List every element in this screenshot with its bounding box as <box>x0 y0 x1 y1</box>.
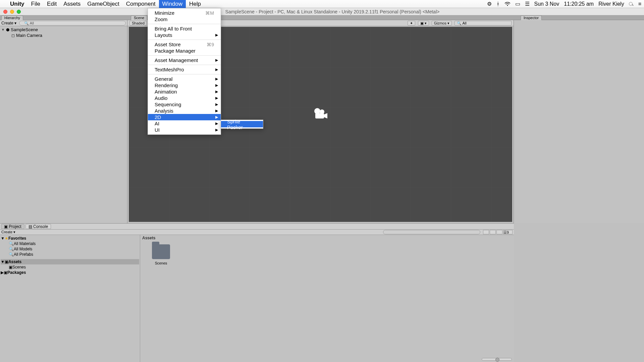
submenu-item-sprite-packer[interactable]: Sprite Packer <box>221 121 263 127</box>
wifi-icon[interactable] <box>504 2 511 6</box>
display-icon[interactable]: ▭ <box>515 1 520 7</box>
menu-window[interactable]: Window <box>159 0 186 8</box>
inspector-panel <box>514 20 644 223</box>
project-favorites[interactable]: ▼★Favorites <box>1 236 139 241</box>
menu-item-asset-management[interactable]: Asset Management▶ <box>148 57 221 63</box>
submenu-arrow-icon: ▶ <box>215 121 218 126</box>
submenu-arrow-icon: ▶ <box>215 67 218 72</box>
hierarchy-scene-row[interactable]: ▼ ⬢ SampleScene <box>1 27 126 33</box>
menu-item-layouts[interactable]: Layouts▶ <box>148 32 221 38</box>
menu-assets[interactable]: Assets <box>60 0 84 8</box>
menu-item-package-manager[interactable]: Package Manager <box>148 48 221 54</box>
menubar-user[interactable]: River Kiely <box>598 1 624 7</box>
hierarchy-toolbar: Create ▾ 🔍 All <box>0 20 127 26</box>
search-icon: 🔍 <box>9 247 14 251</box>
svg-point-0 <box>507 5 508 6</box>
project-filter-button-1[interactable] <box>483 230 489 234</box>
menu-component[interactable]: Component <box>123 0 159 8</box>
menu-item-analysis[interactable]: Analysis▶ <box>148 108 221 114</box>
project-grid-folder-label: Scenes <box>148 261 174 265</box>
folder-icon <box>152 244 170 259</box>
inspector-tab[interactable]: Inspector <box>521 15 542 20</box>
menu-extra-icon[interactable]: ≡ <box>638 1 641 7</box>
submenu-arrow-icon: ▶ <box>215 102 218 107</box>
hierarchy-item-main-camera[interactable]: ◻ Main Camera <box>1 33 126 38</box>
gizmos-dropdown[interactable]: Gizmos ▾ <box>432 21 452 25</box>
submenu-arrow-icon: ▶ <box>215 128 218 132</box>
spotlight-icon[interactable] <box>629 2 634 6</box>
project-create-button[interactable]: Create ▾ <box>1 230 15 234</box>
menu-item-minimize[interactable]: Minimize⌘M <box>148 10 221 16</box>
scene-tab[interactable]: Scene <box>131 15 147 20</box>
search-icon: 🔍 <box>9 241 14 246</box>
traffic-lights <box>0 10 21 14</box>
project-layers-button[interactable]: ☰9 <box>503 230 513 234</box>
menubar-time[interactable]: 11:20:25 am <box>564 1 594 7</box>
zoom-window-button[interactable] <box>17 10 21 14</box>
menu-item-audio[interactable]: Audio▶ <box>148 95 221 101</box>
project-grid[interactable]: Assets Scenes <box>140 235 514 362</box>
menubar-date[interactable]: Sun 3 Nov <box>534 1 559 7</box>
menu-item-sequencing[interactable]: Sequencing▶ <box>148 101 221 108</box>
menu-item-zoom[interactable]: Zoom <box>148 16 221 22</box>
project-assets-child[interactable]: ▣Scenes <box>1 264 139 270</box>
shaded-dropdown[interactable]: Shaded <box>129 21 147 25</box>
project-filter-button-2[interactable] <box>490 230 496 234</box>
project-toolbar: Create ▾ ☰9 <box>0 230 514 235</box>
scene-fx-button[interactable]: ✦ <box>408 21 415 25</box>
editor-tab-strip: Hierarchy Scene Inspector <box>0 15 644 20</box>
submenu-arrow-icon: ▶ <box>215 96 218 100</box>
project-filter-button-3[interactable] <box>496 230 502 234</box>
menu-gameobject[interactable]: GameObject <box>84 0 122 8</box>
submenu-arrow-icon: ▶ <box>215 115 218 119</box>
hierarchy-search-input[interactable]: 🔍 All <box>19 21 126 25</box>
menu-app[interactable]: Unity <box>7 0 28 8</box>
project-grid-folder[interactable]: Scenes <box>148 244 174 265</box>
control-center-icon[interactable]: ☰ <box>525 1 530 7</box>
menu-file[interactable]: File <box>28 0 44 8</box>
project-search-input[interactable] <box>383 230 480 234</box>
unity-icon[interactable]: ⚙ <box>487 1 492 7</box>
menu-item-ai[interactable]: AI▶ <box>148 120 221 127</box>
submenu-arrow-icon: ▶ <box>215 77 218 81</box>
tab-console[interactable]: ▤ Console <box>25 224 51 229</box>
hierarchy-create-button[interactable]: Create ▾ <box>0 21 18 25</box>
bluetooth-icon[interactable]: ᚼ <box>496 1 500 7</box>
menu-item-2d[interactable]: 2D▶ <box>148 114 221 120</box>
camera-gizmo-icon[interactable] <box>313 107 328 122</box>
gameobject-icon: ◻ <box>11 33 15 38</box>
tab-project[interactable]: ▣ Project <box>1 224 24 229</box>
project-packages-root[interactable]: ▶▣Packages <box>1 270 139 275</box>
menu-item-rendering[interactable]: Rendering▶ <box>148 82 221 88</box>
project-fav-item[interactable]: 🔍All Models <box>1 246 139 252</box>
main-menus: Unity File Edit Assets GameObject Compon… <box>7 0 204 8</box>
svg-rect-3 <box>315 113 324 118</box>
project-fav-item[interactable]: 🔍All Materials <box>1 241 139 246</box>
hierarchy-panel: Create ▾ 🔍 All ▼ ⬢ SampleScene ◻ Main Ca… <box>0 20 127 223</box>
project-assets-root[interactable]: ▼▣Assets <box>1 259 139 264</box>
project-thumbnail-slider[interactable] <box>482 358 512 361</box>
menu-item-asset-store[interactable]: Asset Store⌘9 <box>148 41 221 48</box>
menu-item-bring-all-to-front[interactable]: Bring All to Front <box>148 25 221 32</box>
submenu-arrow-icon: ▶ <box>215 83 218 87</box>
submenu-arrow-icon: ▶ <box>215 109 218 113</box>
close-window-button[interactable] <box>3 10 7 14</box>
project-fav-item[interactable]: 🔍All Prefabs <box>1 252 139 257</box>
menu-item-ui[interactable]: UI▶ <box>148 127 221 133</box>
menu-item-animation[interactable]: Animation▶ <box>148 88 221 95</box>
menu-item-textmeshpro[interactable]: TextMeshPro▶ <box>148 66 221 73</box>
macos-menu-bar: Unity File Edit Assets GameObject Compon… <box>0 0 644 8</box>
scene-search-input[interactable]: 🔍 All <box>454 21 512 25</box>
star-icon: ★ <box>5 236 8 241</box>
status-right: ⚙ ᚼ ▭ ☰ Sun 3 Nov 11:20:25 am River Kiel… <box>487 1 641 7</box>
window-title: SampleScene - Project - PC, Mac & Linux … <box>225 9 440 14</box>
scene-camera-button[interactable]: ▣ ▾ <box>418 21 429 25</box>
hierarchy-tab[interactable]: Hierarchy <box>1 15 23 20</box>
hierarchy-tree: ▼ ⬢ SampleScene ◻ Main Camera <box>0 26 127 39</box>
menu-item-general[interactable]: General▶ <box>148 76 221 82</box>
project-tabs: ▣ Project ▤ Console <box>0 224 514 230</box>
minimize-window-button[interactable] <box>10 10 14 14</box>
menu-edit[interactable]: Edit <box>44 0 60 8</box>
menu-help[interactable]: Help <box>186 0 204 8</box>
expand-arrow-icon[interactable]: ▼ <box>1 28 5 32</box>
